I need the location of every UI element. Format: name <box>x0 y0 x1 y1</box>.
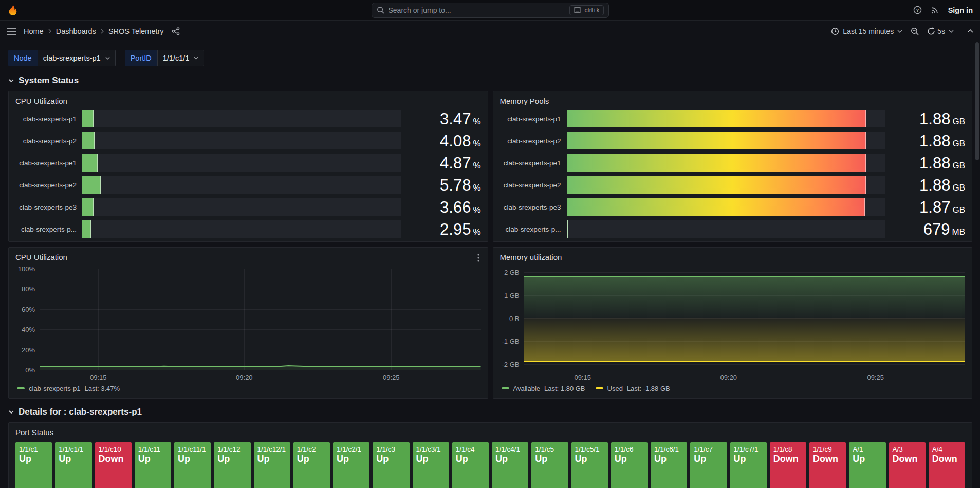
gauge-row: clab-srexperts-p13.47% <box>15 110 481 127</box>
gauge-row: clab-srexperts-pe11.88GB <box>500 154 966 172</box>
port-name: A/4 <box>932 445 961 453</box>
port-name: 1/1/c3/1 <box>416 445 446 453</box>
x-axis-label: 09:20 <box>720 373 737 381</box>
scrollbar-thumb[interactable] <box>975 42 979 160</box>
chevron-down-icon <box>105 57 110 60</box>
port-state: Up <box>416 454 446 464</box>
section-details[interactable]: Details for : clab-srexperts-p1 <box>9 407 972 417</box>
chevron-down-icon <box>9 410 14 414</box>
panel-title[interactable]: CPU Utilization <box>15 251 67 262</box>
gauge-value-unit: % <box>473 139 480 148</box>
breadcrumb: Home Dashboards SROS Telemetry <box>24 27 180 35</box>
legend-last-value: Last: 1.80 GB <box>544 385 585 392</box>
gauge-row: clab-srexperts-p21.88GB <box>500 132 966 149</box>
panel-menu-icon[interactable] <box>476 251 481 265</box>
search-icon <box>377 6 384 14</box>
port-tile-1/1/c2/1: 1/1/c2/1Up <box>333 442 369 488</box>
breadcrumb-dashboards[interactable]: Dashboards <box>56 27 96 35</box>
share-icon[interactable] <box>172 27 180 35</box>
gauge-gradient-fill <box>567 154 866 172</box>
help-icon[interactable]: ? <box>913 6 922 14</box>
port-tile-1/1/c2: 1/1/c2Up <box>293 442 330 488</box>
gauge-gradient-fill <box>567 132 866 149</box>
zoom-out-icon[interactable] <box>911 27 919 35</box>
panel-title[interactable]: Port Status <box>15 426 53 438</box>
legend-item[interactable]: AvailableLast: 1.80 GB <box>502 385 585 392</box>
x-axis-label: 09:20 <box>236 373 253 381</box>
port-state: Up <box>297 454 326 464</box>
search-input[interactable] <box>389 6 566 14</box>
legend-swatch <box>502 387 509 389</box>
y-axis-label: 80% <box>22 285 35 293</box>
panel-title[interactable]: CPU Utilization <box>15 95 67 106</box>
port-state: Up <box>456 454 485 464</box>
port-tile-1/1/c12/1: 1/1/c12/1Up <box>254 442 290 488</box>
legend-item[interactable]: clab-srexperts-p1Last: 3.47% <box>17 385 120 392</box>
memory-chart-plot: 09:1509:2009:25 <box>524 267 966 370</box>
gauge-bar <box>82 154 98 172</box>
port-name: 1/1/c8 <box>773 445 803 453</box>
breadcrumb-home[interactable]: Home <box>24 27 44 35</box>
port-state: Up <box>654 454 683 464</box>
collapse-toolbar-icon[interactable] <box>967 29 973 33</box>
search-bar[interactable]: ctrl+k <box>372 3 609 18</box>
x-axis-label: 09:15 <box>90 373 107 381</box>
gauge-row-label: clab-srexperts-pe2 <box>500 181 567 189</box>
gauge-track <box>82 220 401 238</box>
gauge-value-number: 5.78 <box>440 176 471 194</box>
section-system-status[interactable]: System Status <box>9 76 972 86</box>
time-range-picker[interactable]: Last 15 minutes <box>831 27 902 35</box>
refresh-interval-dropdown[interactable]: 5s <box>937 27 954 35</box>
variable-portid-dropdown[interactable]: 1/1/c1/1 <box>157 50 205 66</box>
gauge-value: 1.88GB <box>885 155 965 171</box>
port-state: Up <box>178 454 207 464</box>
port-name: A/3 <box>893 445 922 453</box>
menu-icon[interactable] <box>7 28 16 35</box>
gauge-row-label: clab-srexperts-pe3 <box>15 203 82 211</box>
gauge-row: clab-srexperts-p...679MB <box>500 220 966 238</box>
port-state: Down <box>813 454 842 464</box>
panel-memory-utilization-timeseries: Memory utilization 2 GB1 GB0 B-1 GB-2 GB… <box>493 247 973 399</box>
gauge-value: 679MB <box>885 221 965 237</box>
gauge-value-number: 4.87 <box>440 154 471 172</box>
legend-label: Available <box>513 385 541 392</box>
gauge-row-label: clab-srexperts-pe1 <box>15 159 82 167</box>
series-area-available <box>524 277 966 318</box>
gauge-track <box>567 198 886 216</box>
chevron-right-icon <box>48 29 51 34</box>
memory-gauge-rows: clab-srexperts-p11.88GBclab-srexperts-p2… <box>500 110 966 238</box>
sign-in-link[interactable]: Sign in <box>948 6 973 14</box>
gauge-value-unit: GB <box>952 205 965 215</box>
series-area-used <box>524 318 966 362</box>
gauge-value-number: 1.88 <box>919 154 950 172</box>
refresh-icon[interactable] <box>927 27 935 35</box>
y-axis-label: 1 GB <box>504 291 520 299</box>
grafana-logo-icon[interactable] <box>7 4 19 16</box>
port-tile-1/1/c10: 1/1/c10Down <box>95 442 132 488</box>
gauge-row-label: clab-srexperts-p1 <box>500 115 567 123</box>
port-name: 1/1/c9 <box>813 445 842 453</box>
gauge-track <box>82 176 401 194</box>
cpu-chart-legend: clab-srexperts-p1Last: 3.47% <box>15 383 481 394</box>
y-axis-label: 0 B <box>509 314 520 322</box>
port-tile-1/1/c6: 1/1/c6Up <box>611 442 648 488</box>
gauge-row: clab-srexperts-pe33.66% <box>15 198 481 216</box>
gauge-gradient-fill <box>567 176 866 194</box>
chevron-down-icon <box>194 57 198 60</box>
y-axis-label: 2 GB <box>504 269 520 276</box>
gauge-gradient-fill <box>567 110 866 127</box>
gauge-value: 3.47% <box>401 111 481 127</box>
legend-item[interactable]: UsedLast: -1.88 GB <box>596 385 670 392</box>
port-name: 1/1/c1/1 <box>59 445 88 453</box>
news-rss-icon[interactable] <box>931 6 939 14</box>
gauge-value: 2.95% <box>401 221 481 237</box>
panel-title[interactable]: Memory Pools <box>500 95 549 106</box>
gauge-bar <box>567 132 866 149</box>
gauge-row: clab-srexperts-pe31.87GB <box>500 198 966 216</box>
dashboard-content: Node clab-srexperts-p1 PortID 1/1/c1/1 S… <box>0 50 980 488</box>
panel-title[interactable]: Memory utilization <box>500 251 562 262</box>
port-state: Up <box>575 454 604 464</box>
variable-node-dropdown[interactable]: clab-srexperts-p1 <box>38 50 116 66</box>
port-state: Up <box>694 454 723 464</box>
port-tile-A/3: A/3Down <box>889 442 926 488</box>
